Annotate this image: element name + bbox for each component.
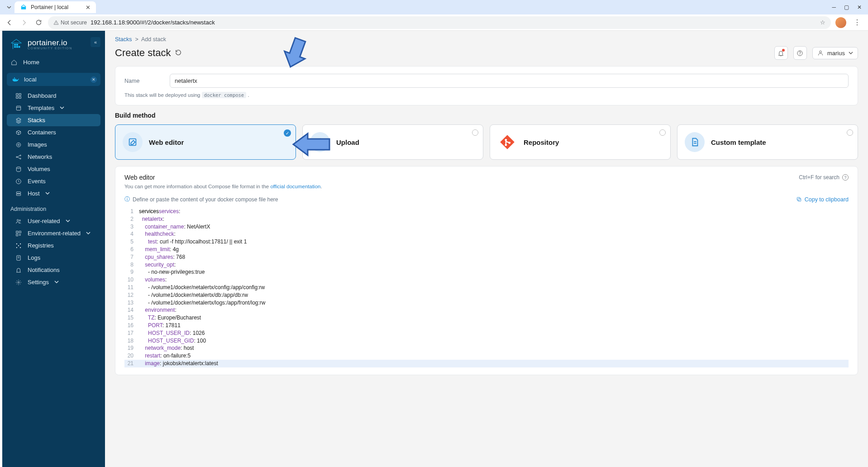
net-icon xyxy=(15,154,22,160)
code-text: network_mode: host xyxy=(139,344,194,352)
breadcrumb-parent[interactable]: Stacks xyxy=(115,36,132,43)
profile-avatar[interactable] xyxy=(835,17,846,28)
line-number: 2 xyxy=(124,215,139,223)
notifications-button[interactable] xyxy=(774,46,788,60)
code-line[interactable]: 15 TZ: Europe/Bucharest xyxy=(124,314,849,322)
code-line[interactable]: 6 mem_limit: 4g xyxy=(124,246,849,253)
sidebar-item-volumes[interactable]: Volumes xyxy=(2,163,105,175)
sidebar-item-containers[interactable]: Containers xyxy=(2,126,105,138)
security-badge[interactable]: Not secure xyxy=(53,19,87,26)
chevron-down-icon xyxy=(60,105,64,111)
url-text: 192.168.1.18:9000/#!/2/docker/stacks/new… xyxy=(91,19,215,26)
svg-rect-14 xyxy=(16,93,18,95)
sidebar-item-settings[interactable]: Settings xyxy=(2,276,105,288)
build-card-upload[interactable]: Upload xyxy=(302,124,483,160)
svg-point-21 xyxy=(16,143,20,147)
build-method-title: Build method xyxy=(115,112,858,119)
breadcrumb-current: Add stack xyxy=(141,36,166,43)
user-name: marius xyxy=(827,50,845,57)
docs-link[interactable]: official documentation xyxy=(270,184,320,189)
brand-logo[interactable]: portainer.io COMMUNITY EDITION xyxy=(2,31,105,55)
code-line[interactable]: 9 - no-new-privileges:true xyxy=(124,268,849,276)
svg-rect-30 xyxy=(16,194,20,195)
browser-tab[interactable]: Portainer | local ✕ xyxy=(14,1,96,13)
code-line[interactable]: 21 image: jokobsk/netalertx:latest xyxy=(124,360,849,367)
code-line[interactable]: 8 security_opt: xyxy=(124,261,849,269)
sidebar-item-dashboard[interactable]: Dashboard xyxy=(2,90,105,102)
address-field[interactable]: Not secure 192.168.1.18:9000/#!/2/docker… xyxy=(48,16,831,29)
code-line[interactable]: 10 volumes: xyxy=(124,276,849,284)
sidebar-item-events[interactable]: Events xyxy=(2,175,105,187)
code-line[interactable]: 20 restart: on-failure:5 xyxy=(124,352,849,360)
build-card-repository[interactable]: Repository xyxy=(490,124,671,160)
tab-list-dropdown[interactable] xyxy=(4,2,14,13)
sidebar-item-label: Dashboard xyxy=(28,92,57,99)
window-minimize-icon[interactable]: ─ xyxy=(832,4,836,10)
line-number: 14 xyxy=(124,306,139,314)
compose-editor[interactable]: 1servicesservices:2 netalertx:3 containe… xyxy=(124,208,849,367)
nav-back-button[interactable] xyxy=(5,18,14,28)
code-line[interactable]: 17 HOST_USER_ID: 1026 xyxy=(124,329,849,337)
line-number: 21 xyxy=(124,360,139,367)
line-number: 1 xyxy=(124,208,139,215)
sidebar-item-networks[interactable]: Networks xyxy=(2,151,105,163)
sidebar-environment[interactable]: local ✕ xyxy=(7,73,100,86)
sidebar-item-user-related[interactable]: User-related xyxy=(2,215,105,227)
gear-icon xyxy=(15,279,22,286)
help-icon[interactable]: ? xyxy=(842,174,849,181)
sidebar-item-label: Home xyxy=(23,59,39,66)
code-line[interactable]: 2 netalertx: xyxy=(124,215,849,223)
code-line[interactable]: 14 environment: xyxy=(124,306,849,314)
code-line[interactable]: 16 PORT: 17811 xyxy=(124,322,849,329)
code-line[interactable]: 11 - /volume1/docker/netalertx/config:/a… xyxy=(124,284,849,291)
svg-point-2 xyxy=(56,24,57,24)
env-close-icon[interactable]: ✕ xyxy=(91,76,97,83)
code-text: - /volume1/docker/netalertx/config:/app/… xyxy=(139,284,265,291)
line-number: 5 xyxy=(124,238,139,246)
sidebar-item-label: Logs xyxy=(28,254,40,261)
reg-icon xyxy=(15,243,22,249)
code-line[interactable]: 7 cpu_shares: 768 xyxy=(124,253,849,261)
notification-dot-icon xyxy=(782,49,785,52)
sidebar-item-images[interactable]: Images xyxy=(2,138,105,151)
sidebar-item-environment-related[interactable]: Environment-related xyxy=(2,227,105,239)
copy-to-clipboard-button[interactable]: Copy to clipboard xyxy=(796,196,849,203)
sidebar-item-notifications[interactable]: Notifications xyxy=(2,264,105,276)
user-menu-button[interactable]: marius xyxy=(812,47,858,59)
web-editor-panel: Web editor Ctrl+F for search ? You can g… xyxy=(115,166,858,375)
code-text: security_opt: xyxy=(139,261,176,269)
nav-reload-button[interactable] xyxy=(33,18,43,28)
nav-forward-button[interactable] xyxy=(19,18,29,28)
browser-menu-icon[interactable]: ⋮ xyxy=(851,18,863,27)
code-line[interactable]: 19 network_mode: host xyxy=(124,344,849,352)
sidebar-item-registries[interactable]: Registries xyxy=(2,239,105,252)
sidebar-item-templates[interactable]: Templates xyxy=(2,102,105,114)
code-text: - /volume1/docker/netalertx/logs:/app/fr… xyxy=(139,299,265,307)
sidebar-item-home[interactable]: Home xyxy=(2,55,105,69)
code-line[interactable]: 4 healthcheck: xyxy=(124,230,849,238)
code-line[interactable]: 13 - /volume1/docker/netalertx/logs:/app… xyxy=(124,299,849,307)
help-button[interactable] xyxy=(793,46,807,60)
build-card-web-editor[interactable]: Web editor✓ xyxy=(115,124,296,160)
window-close-icon[interactable]: ✕ xyxy=(857,4,862,10)
svg-line-25 xyxy=(17,155,20,157)
reload-icon[interactable] xyxy=(175,49,182,57)
line-number: 20 xyxy=(124,352,139,360)
code-line[interactable]: 5 test: curl -f http://localhost:17811/ … xyxy=(124,238,849,246)
window-maximize-icon[interactable]: ▢ xyxy=(844,4,849,10)
code-line[interactable]: 3 container_name: NetAlertX xyxy=(124,223,849,231)
svg-rect-6 xyxy=(16,44,18,46)
stack-name-input[interactable] xyxy=(170,74,849,88)
build-card-custom-template[interactable]: Custom template xyxy=(677,124,858,160)
bookmark-star-icon[interactable]: ☆ xyxy=(820,19,825,26)
sidebar-item-label: Stacks xyxy=(28,117,45,124)
code-line[interactable]: 12 - /volume1/docker/netalertx/db:/app/d… xyxy=(124,291,849,299)
tab-close-icon[interactable]: ✕ xyxy=(86,4,91,11)
svg-rect-18 xyxy=(16,106,20,110)
sidebar-collapse-button[interactable]: « xyxy=(91,37,100,47)
sidebar-item-logs[interactable]: Logs xyxy=(2,252,105,264)
code-line[interactable]: 18 HOST_USER_GID: 100 xyxy=(124,337,849,345)
sidebar-item-host[interactable]: Host xyxy=(2,187,105,200)
code-line[interactable]: 1servicesservices: xyxy=(124,208,849,215)
sidebar-item-stacks[interactable]: Stacks xyxy=(7,114,100,126)
